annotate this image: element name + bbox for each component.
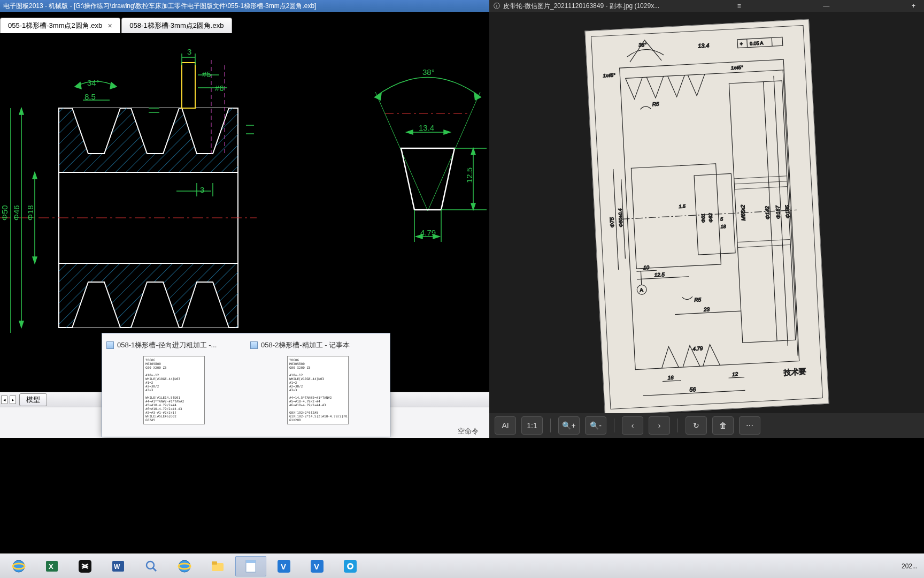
image-viewer[interactable]: 38° 13.4 ⌖ 0.05 A — [489, 12, 924, 413]
info-icon: ⓘ — [494, 2, 500, 11]
svg-text:23: 23 — [703, 306, 710, 313]
svg-line-52 — [746, 39, 747, 48]
svg-marker-37 — [406, 130, 413, 134]
notepad-icon — [106, 341, 114, 349]
zoom-out-icon[interactable]: 🔍- — [585, 416, 606, 435]
taskbar-clock[interactable]: 202... — [902, 562, 922, 570]
excel-icon[interactable]: X — [36, 556, 67, 576]
trapezoid-detail — [374, 78, 487, 242]
rotate-icon[interactable]: ↻ — [686, 416, 707, 435]
divider — [677, 419, 678, 432]
app-v1-icon[interactable]: V — [268, 556, 299, 576]
windows-taskbar: X W V V 202... — [0, 553, 924, 578]
svg-marker-11 — [19, 321, 24, 328]
svg-text:A: A — [639, 287, 643, 293]
camera-icon[interactable] — [335, 556, 366, 576]
dim-134: 13.4 — [419, 123, 434, 132]
tab-058[interactable]: 058-1梯形槽-3mm点2圆角.exb — [121, 18, 232, 33]
svg-text:5: 5 — [720, 216, 723, 222]
svg-marker-16 — [75, 82, 81, 89]
nav-prev-icon[interactable]: ▸ — [10, 396, 16, 404]
dim-phi50: Φ50 — [0, 205, 9, 220]
capcut-icon[interactable] — [70, 556, 101, 576]
svg-line-57 — [625, 70, 784, 79]
hamburger-icon[interactable]: ≡ — [733, 2, 745, 10]
tab-055[interactable]: 055-1梯形槽-3mm点2圆角.exb ✕ — [0, 18, 120, 33]
svg-text:13.4: 13.4 — [697, 42, 709, 49]
svg-text:X: X — [49, 562, 53, 571]
fit-11-button[interactable]: 1:1 — [521, 416, 543, 435]
task-item-1[interactable]: 058-1梯形槽-径向进刀粗加工 -... T0606 M0305800 G00… — [102, 333, 246, 437]
task-thumbnail: T0606 M0305800 G00 X200 Z5 #10=-12 WHILE… — [287, 356, 349, 424]
title-text: 电子图板2013 - 机械版 - [G:\操作练习\drawing\数控车床加工… — [3, 2, 316, 10]
ie-icon[interactable] — [3, 556, 34, 576]
close-icon[interactable]: ✕ — [107, 22, 112, 29]
svg-rect-116 — [212, 561, 217, 565]
svg-text:18: 18 — [720, 224, 726, 230]
svg-marker-38 — [444, 130, 450, 134]
tab-label: 055-1梯形槽-3mm点2圆角.exb — [8, 21, 102, 31]
svg-marker-13 — [33, 172, 37, 179]
image-viewer-toolbar: AI 1:1 🔍+ 🔍- ‹ › ↻ 🗑 ⋯ — [489, 413, 924, 438]
dim-85: 8.5 — [84, 92, 96, 101]
main-section — [0, 54, 257, 333]
svg-rect-4 — [182, 63, 195, 108]
svg-text:Φ50±0.4: Φ50±0.4 — [617, 208, 623, 227]
svg-text:Φ61: Φ61 — [700, 214, 706, 223]
delete-icon[interactable]: 🗑 — [712, 416, 734, 435]
magnifier-icon[interactable] — [136, 556, 167, 576]
ai-button[interactable]: AI — [495, 416, 516, 435]
ie2-icon[interactable] — [169, 556, 200, 576]
task-switcher-popup: 058-1梯形槽-径向进刀粗加工 -... T0606 M0305800 G00… — [102, 333, 390, 437]
svg-text:W: W — [114, 563, 120, 571]
nav-first-icon[interactable]: ◂ — [1, 396, 7, 404]
dim-ph5: #5 — [202, 70, 211, 79]
task-title-text: 058-1梯形槽-径向进刀粗加工 -... — [117, 340, 217, 350]
dim-125: 12.5 — [465, 168, 474, 183]
svg-line-96 — [662, 381, 681, 382]
svg-text:0.05 A: 0.05 A — [749, 40, 763, 46]
svg-line-53 — [772, 38, 772, 47]
svg-line-98 — [728, 377, 744, 378]
next-icon[interactable]: › — [649, 416, 670, 435]
svg-text:Φ75: Φ75 — [609, 217, 615, 227]
svg-marker-41 — [471, 203, 475, 210]
svg-rect-108 — [79, 560, 91, 573]
svg-point-125 — [349, 565, 352, 568]
prev-icon[interactable]: ‹ — [622, 416, 643, 435]
word-icon[interactable]: W — [103, 556, 134, 576]
svg-point-104 — [13, 560, 25, 572]
svg-text:V: V — [281, 562, 286, 571]
svg-text:1x45°: 1x45° — [730, 65, 743, 71]
more-icon[interactable]: ⋯ — [739, 416, 760, 435]
plus-icon[interactable]: + — [907, 2, 920, 10]
task-title-text: 058-2梯形槽-精加工 - 记事本 — [261, 340, 350, 350]
zoom-in-icon[interactable]: 🔍+ — [558, 416, 580, 435]
explorer-icon[interactable] — [202, 556, 233, 576]
dim-phi18: Φ18 — [26, 205, 35, 220]
document-tabs: 055-1梯形槽-3mm点2圆角.exb ✕ 058-1梯形槽-3mm点2圆角.… — [0, 12, 489, 33]
svg-text:R5: R5 — [652, 101, 659, 108]
notepad-icon[interactable] — [235, 556, 266, 576]
minus-icon[interactable]: — — [819, 2, 834, 10]
svg-text:Φ185: Φ185 — [784, 204, 790, 218]
svg-line-84 — [636, 270, 657, 271]
svg-line-95 — [641, 271, 641, 285]
svg-marker-40 — [471, 148, 475, 155]
svg-text:16: 16 — [667, 375, 674, 381]
divider — [614, 419, 614, 432]
dim-mid3: 3 — [200, 185, 204, 194]
dim-38: 38° — [422, 67, 435, 77]
svg-rect-118 — [246, 560, 256, 563]
task-item-2[interactable]: 058-2梯形槽-精加工 - 记事本 T0606 M0305800 G00 X2… — [246, 333, 390, 437]
svg-marker-10 — [19, 108, 24, 115]
svg-text:Φ62: Φ62 — [707, 213, 713, 223]
svg-text:M66x2: M66x2 — [740, 204, 746, 221]
svg-text:⌖: ⌖ — [740, 41, 743, 47]
model-tab[interactable]: 模型 — [19, 393, 47, 406]
app-v2-icon[interactable]: V — [302, 556, 333, 576]
dim-34: 34° — [87, 78, 99, 87]
svg-point-113 — [179, 560, 190, 572]
tab-label: 058-1梯形槽-3mm点2圆角.exb — [129, 21, 224, 31]
dim-phi46: Φ46 — [12, 205, 21, 220]
